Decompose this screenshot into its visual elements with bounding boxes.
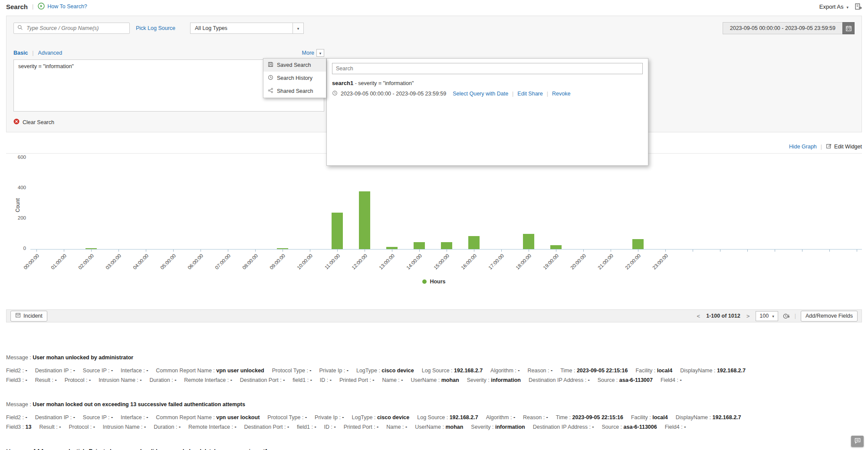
chart-bar[interactable] [441, 242, 452, 249]
field-pair: Name : - [386, 424, 407, 430]
x-tick [747, 250, 748, 252]
field-pair: Destination IP Address : - [533, 424, 594, 430]
log-type-selected-value: All Log Types [191, 25, 293, 31]
y-tick-label: 0 [6, 246, 26, 251]
field-pair: Remote Interface : - [188, 424, 236, 430]
calendar-icon[interactable] [842, 22, 855, 34]
x-tick-label: 12:00:00 [351, 253, 368, 270]
menu-item-saved-search[interactable]: Saved Search [263, 59, 326, 72]
edit-widget-button[interactable]: Edit Widget [826, 143, 862, 151]
field-pair: LogType : cisco device [352, 414, 410, 420]
x-tick-label: 01:00:00 [50, 253, 67, 270]
field-pair: Interface : - [121, 414, 148, 420]
add-remove-fields-button[interactable]: Add/Remove Fields [801, 311, 858, 322]
field-pair: Intrusion Name : - [103, 424, 146, 430]
x-tick-label: 02:00:00 [77, 253, 95, 270]
chart-bar[interactable] [468, 236, 480, 249]
chart-bar[interactable] [632, 239, 644, 249]
hide-graph-link[interactable]: Hide Graph [789, 144, 817, 150]
chat-feedback-button[interactable] [851, 436, 864, 447]
x-tick-label: 03:00:00 [105, 253, 122, 270]
field-pair: Destination IP : - [35, 414, 75, 420]
chart-bar[interactable] [359, 191, 370, 249]
field-pair: Interface : - [121, 368, 148, 374]
x-tick [91, 250, 92, 252]
page-title: Search [6, 3, 28, 10]
results-list: Message : User mohan unlocked by adminis… [0, 322, 868, 450]
x-tick-label: 23:00:00 [651, 253, 669, 270]
chart-bar[interactable] [277, 248, 288, 249]
saved-search-entry[interactable]: search1 - severity = "information" [332, 80, 643, 86]
field-pair: Printed Port : - [344, 424, 379, 430]
field-pair: Time : 2023-09-05 22:15:16 [560, 368, 628, 374]
x-tick [556, 250, 556, 252]
tab-advanced[interactable]: Advanced [38, 50, 62, 56]
prev-page-button[interactable]: < [696, 313, 702, 319]
clock-icon [332, 90, 338, 97]
saved-search-filter-input[interactable] [332, 63, 643, 74]
chart-bar[interactable] [386, 247, 398, 249]
sort-time-icon[interactable] [783, 313, 790, 319]
chart-bar[interactable] [85, 248, 97, 249]
edit-widget-icon [826, 143, 832, 151]
field-pair: ID : - [324, 424, 336, 430]
field-pair: Duration : - [154, 424, 181, 430]
more-dropdown[interactable]: More [302, 49, 324, 57]
x-tick [857, 250, 857, 252]
field-pair: ID : - [320, 377, 332, 383]
chart-bar[interactable] [550, 245, 562, 249]
field-pair: Severity : information [467, 377, 521, 383]
field-pair: Duration : - [149, 377, 176, 383]
x-tick-label: 11:00:00 [324, 253, 341, 270]
field-pair: Protocol Type : - [267, 414, 307, 420]
x-tick-label: 18:00:00 [515, 253, 532, 270]
x-tick-label: 08:00:00 [241, 253, 259, 270]
how-to-search-link[interactable]: How To Search? [38, 3, 87, 11]
x-tick [802, 250, 802, 252]
field-pair: Reason : - [527, 368, 552, 374]
field-pair: Source IP : - [83, 414, 113, 420]
next-page-button[interactable]: > [745, 313, 751, 319]
chart-bar[interactable] [414, 242, 425, 249]
select-query-with-date-link[interactable]: Select Query with Date [453, 91, 508, 97]
export-as-dropdown[interactable]: Export As [819, 3, 848, 10]
menu-item-search-history[interactable]: Search History [263, 72, 326, 85]
field-pair: UserName : mohan [415, 424, 463, 430]
caret-down-icon [845, 3, 848, 10]
field-pair: field1 : - [293, 377, 312, 383]
x-tick-label: 04:00:00 [132, 253, 149, 270]
chart-bar[interactable] [332, 213, 343, 249]
menu-item-shared-search[interactable]: Shared Search [263, 85, 326, 98]
revoke-link[interactable]: Revoke [552, 91, 570, 97]
export-doc-icon[interactable] [855, 3, 862, 10]
field-pair: Log Source : 192.168.2.7 [422, 368, 483, 374]
saved-search-name: search1 [332, 80, 353, 86]
caret-down-icon [297, 25, 299, 31]
x-tick [173, 250, 174, 252]
pick-log-source-link[interactable]: Pick Log Source [136, 25, 175, 31]
field-pair: Private Ip : - [319, 368, 349, 374]
result-message: Message : User mohan locked out on excee… [6, 400, 862, 409]
field-pair: field1 : - [297, 424, 316, 430]
result-row: Message : User mohan unlocked by adminis… [6, 353, 862, 385]
log-type-caret-button[interactable] [293, 23, 303, 33]
edit-share-link[interactable]: Edit Share [517, 91, 542, 97]
x-tick-label: 09:00:00 [269, 253, 286, 270]
field-pair: Algorithm : - [486, 414, 515, 420]
field-pair: LogType : cisco device [356, 368, 414, 374]
x-tick-label: 14:00:00 [405, 253, 423, 270]
tab-basic[interactable]: Basic [13, 50, 28, 56]
chart-bar[interactable] [523, 234, 534, 249]
x-tick-label: 21:00:00 [597, 253, 614, 270]
log-type-select[interactable]: All Log Types [190, 23, 304, 34]
page-size-select[interactable]: 100 [756, 311, 778, 321]
field-pair: Result : - [35, 377, 57, 383]
source-input[interactable] [26, 25, 126, 32]
x-tick-label: 10:00:00 [296, 253, 313, 270]
source-search-box [13, 23, 130, 34]
search-icon [17, 25, 23, 32]
results-toolbar: Incident < 1-100 of 1012 > 100 Add/Remov… [6, 309, 862, 322]
date-range-picker[interactable]: 2023-09-05 00:00:00 - 2023-09-05 23:59:5… [723, 22, 855, 34]
field-pair: Destination IP Address : - [529, 377, 590, 383]
incident-button[interactable]: Incident [10, 311, 47, 322]
